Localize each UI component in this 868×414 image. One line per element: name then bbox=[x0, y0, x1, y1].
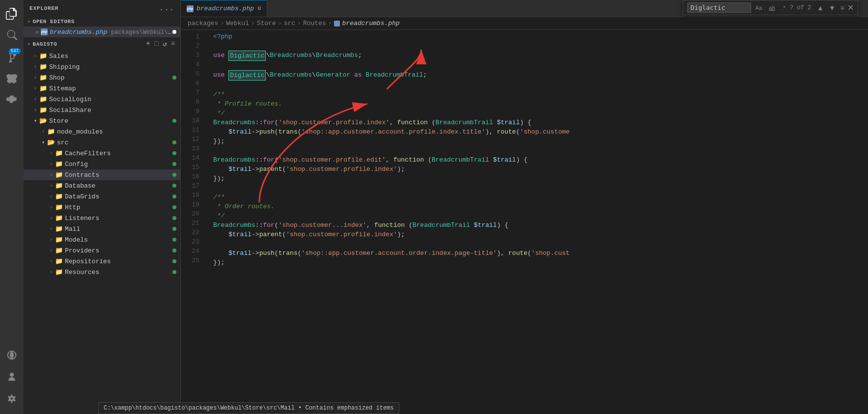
find-options: Aa ab .* bbox=[753, 4, 788, 12]
tree-item-config[interactable]: › Config bbox=[24, 159, 180, 169]
new-folder-icon[interactable]: □ bbox=[153, 39, 160, 49]
datagrids-dot bbox=[172, 194, 176, 198]
crumb-store[interactable]: Store bbox=[257, 20, 276, 27]
shipping-folder-icon bbox=[39, 63, 47, 70]
tree-item-src[interactable]: ▾ src bbox=[24, 137, 180, 148]
tree-item-listeners[interactable]: › Listeners bbox=[24, 213, 180, 223]
code-line-22: $trail->parent('shop.customer.profile.in… bbox=[213, 230, 868, 239]
tree-item-providers[interactable]: › Providers bbox=[24, 245, 180, 256]
providers-icon bbox=[55, 247, 63, 254]
tree-item-models[interactable]: › Models bbox=[24, 234, 180, 245]
bagisto-header[interactable]: ▾ BAGISTO + □ ↺ ≡ bbox=[24, 37, 180, 51]
crumb-routes[interactable]: Routes bbox=[303, 20, 326, 27]
database-icon bbox=[55, 182, 63, 189]
refresh-icon[interactable]: ↺ bbox=[162, 39, 168, 49]
tree-item-mail[interactable]: › Mail bbox=[24, 223, 180, 234]
highlight-diglactic-1: Diglactic bbox=[228, 51, 266, 61]
find-lines-btn[interactable]: ≡ bbox=[839, 3, 846, 13]
crumb-file[interactable]: breadcrumbs.php bbox=[342, 20, 400, 27]
repositories-icon bbox=[55, 258, 63, 265]
regex-btn[interactable]: .* bbox=[780, 4, 788, 12]
crumb-webkul[interactable]: Webkul bbox=[226, 20, 249, 27]
find-prev-btn[interactable]: ▲ bbox=[815, 3, 826, 13]
code-line-9: */ bbox=[213, 109, 868, 118]
crumb-file-icon bbox=[334, 21, 340, 27]
sidebar-title: EXPLORER bbox=[29, 5, 58, 11]
config-chevron: › bbox=[47, 162, 55, 167]
sidebar-more[interactable]: ... bbox=[159, 4, 174, 13]
tree-item-datagrids[interactable]: › DataGrids bbox=[24, 191, 180, 202]
close-tab-icon[interactable]: ✕ bbox=[35, 28, 39, 36]
mail-icon bbox=[55, 225, 63, 232]
line-numbers: 1 2 3 4 5 6 7 8 9 10 11 12 13 14 15 16 1… bbox=[181, 30, 205, 414]
breadcrumb-bar: packages › Webkul › Store › src › Routes… bbox=[181, 17, 868, 30]
tree-item-repositories[interactable]: › Repositories bbox=[24, 256, 180, 267]
whole-word-btn[interactable]: ab bbox=[766, 4, 777, 12]
socialshare-label: SocialShare bbox=[49, 107, 91, 114]
code-line-4 bbox=[213, 61, 868, 70]
shop-dot bbox=[172, 76, 176, 80]
debug-icon[interactable] bbox=[2, 69, 22, 88]
tree-item-store[interactable]: ▾ Store bbox=[24, 115, 180, 126]
tree-item-sales[interactable]: › Sales bbox=[24, 51, 180, 61]
shipping-label: Shipping bbox=[49, 63, 80, 71]
cachefilters-icon bbox=[55, 150, 63, 157]
repositories-dot bbox=[172, 259, 176, 263]
code-area[interactable]: <?php use Diglactic\Breadcrumbs\Breadcru… bbox=[205, 30, 868, 414]
http-chevron: › bbox=[47, 205, 55, 210]
open-editors-header[interactable]: ▾ OPEN EDITORS bbox=[24, 17, 180, 27]
tree-item-socialshare[interactable]: › SocialShare bbox=[24, 105, 180, 115]
http-label: Http bbox=[65, 204, 80, 211]
explorer-tree: › Sales › Shipping › Shop › Sitemap bbox=[24, 51, 180, 414]
socialshare-chevron: › bbox=[31, 108, 39, 113]
resources-icon bbox=[55, 269, 63, 276]
models-chevron: › bbox=[47, 237, 55, 243]
sales-label: Sales bbox=[49, 53, 68, 60]
account-icon[interactable] bbox=[2, 367, 22, 386]
activity-bar: 547 bbox=[0, 0, 24, 414]
collapse-icon[interactable]: ≡ bbox=[170, 39, 176, 49]
tree-item-http[interactable]: › Http bbox=[24, 202, 180, 213]
tab-filename: breadcrumbs.php bbox=[196, 5, 254, 12]
find-close-btn[interactable]: ✕ bbox=[847, 3, 854, 13]
open-editors-section: ▾ OPEN EDITORS ✕ php breadcrumbs.php pac… bbox=[24, 17, 180, 37]
tree-item-shipping[interactable]: › Shipping bbox=[24, 61, 180, 72]
breadcrumbs-tab[interactable]: php breadcrumbs.php U bbox=[181, 0, 267, 17]
code-line-21: Breadcrumbs::for('shop.customer...index'… bbox=[213, 221, 868, 230]
find-nav: ▲ ▼ ≡ ✕ bbox=[815, 3, 854, 13]
open-editor-breadcrumbs[interactable]: ✕ php breadcrumbs.php packages\Webkul\St… bbox=[24, 27, 180, 37]
files-icon[interactable] bbox=[2, 4, 22, 24]
mail-chevron: › bbox=[47, 226, 55, 232]
tree-item-shop[interactable]: › Shop bbox=[24, 72, 180, 83]
remote-icon[interactable] bbox=[2, 345, 22, 365]
store-label: Store bbox=[49, 117, 68, 125]
new-file-icon[interactable]: + bbox=[145, 39, 151, 49]
tree-item-database[interactable]: › Database bbox=[24, 180, 180, 191]
find-widget: Aa ab .* ? of 2 ▲ ▼ ≡ ✕ bbox=[683, 0, 858, 15]
open-editor-filename: breadcrumbs.php packages\Webkul\Store\sr… bbox=[50, 28, 172, 36]
extensions-icon[interactable] bbox=[2, 90, 22, 110]
crumb-src[interactable]: src bbox=[284, 20, 295, 27]
source-control-icon[interactable]: 547 bbox=[2, 47, 22, 67]
sales-folder-icon bbox=[39, 53, 47, 59]
find-next-btn[interactable]: ▼ bbox=[827, 3, 838, 13]
tab-php-icon: php bbox=[187, 5, 194, 12]
settings-icon[interactable] bbox=[2, 388, 22, 408]
code-line-24: $trail->push(trans('shop::app.customer.a… bbox=[213, 248, 868, 258]
crumb-packages[interactable]: packages bbox=[188, 20, 218, 27]
find-input[interactable] bbox=[687, 2, 751, 13]
database-chevron: › bbox=[47, 183, 55, 189]
tree-item-node-modules[interactable]: › node_modules bbox=[24, 126, 180, 137]
http-dot bbox=[172, 205, 176, 209]
sociallogin-chevron: › bbox=[31, 97, 39, 102]
tree-item-sociallogin[interactable]: › SocialLogin bbox=[24, 94, 180, 105]
config-icon bbox=[55, 161, 63, 167]
tree-item-sitemap[interactable]: › Sitemap bbox=[24, 83, 180, 94]
contracts-dot bbox=[172, 173, 176, 177]
tree-item-cachefilters[interactable]: › CacheFilters bbox=[24, 148, 180, 159]
tree-item-contracts[interactable]: › Contracts bbox=[24, 169, 180, 180]
datagrids-chevron: › bbox=[47, 194, 55, 199]
search-icon[interactable] bbox=[2, 26, 22, 45]
tree-item-resources[interactable]: › Resources bbox=[24, 267, 180, 277]
match-case-btn[interactable]: Aa bbox=[753, 4, 764, 12]
